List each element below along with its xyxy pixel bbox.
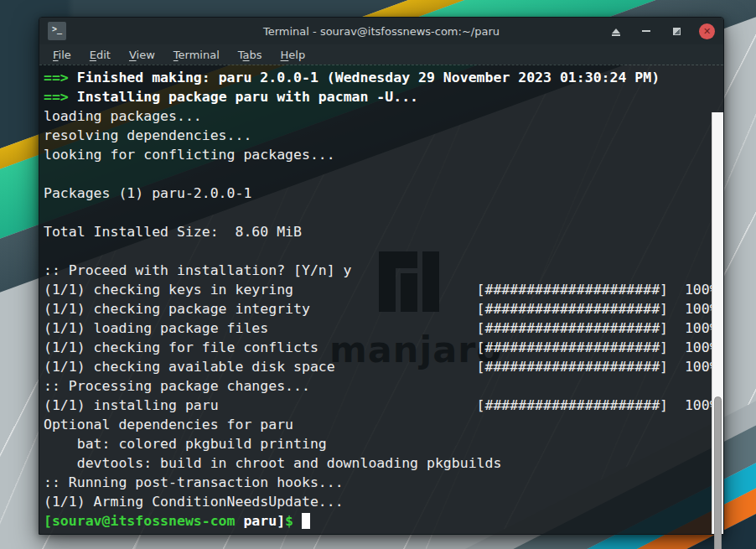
terminal-line: ==> Installing package paru with pacman … bbox=[44, 87, 710, 106]
terminal-line: Optional dependencies for paru bbox=[44, 415, 710, 434]
text-cursor bbox=[302, 513, 310, 529]
terminal-line: ==> Finished making: paru 2.0.0-1 (Wedne… bbox=[44, 68, 710, 87]
minimize-button[interactable] bbox=[639, 23, 654, 39]
terminal-output: ==> Finished making: paru 2.0.0-1 (Wedne… bbox=[44, 68, 710, 531]
menu-tabs[interactable]: Tabs bbox=[233, 47, 267, 63]
window-titlebar[interactable]: >_ Terminal - sourav@itsfossnews-com:~/p… bbox=[39, 18, 723, 44]
terminal-window: >_ Terminal - sourav@itsfossnews-com:~/p… bbox=[39, 17, 724, 535]
window-controls: ✕ bbox=[608, 18, 715, 44]
terminal-line: (1/1) checking available disk space [###… bbox=[44, 357, 710, 376]
scrollbar-thumb[interactable] bbox=[714, 396, 722, 549]
terminal-line: Packages (1) paru-2.0.0-1 bbox=[44, 184, 710, 203]
close-button[interactable]: ✕ bbox=[699, 23, 715, 39]
menu-terminal[interactable]: Terminal bbox=[168, 47, 225, 63]
terminal-line bbox=[44, 203, 710, 222]
terminal-icon: >_ bbox=[48, 22, 66, 40]
terminal-line: looking for conflicting packages... bbox=[44, 145, 710, 164]
menu-view[interactable]: View bbox=[124, 47, 160, 63]
terminal-line bbox=[44, 241, 710, 261]
terminal-line: (1/1) installing paru [#################… bbox=[44, 396, 710, 415]
terminal-line: :: Running post-transaction hooks... bbox=[44, 473, 710, 492]
minimize-icon bbox=[642, 30, 650, 32]
terminal-line: :: Processing package changes... bbox=[44, 376, 710, 396]
terminal-line: (1/1) Arming ConditionNeedsUpdate... bbox=[44, 492, 710, 511]
menu-help[interactable]: Help bbox=[276, 47, 311, 63]
terminal-line: loading packages... bbox=[44, 106, 710, 126]
terminal-content[interactable]: ==> Finished making: paru 2.0.0-1 (Wedne… bbox=[39, 65, 723, 534]
eject-icon bbox=[612, 28, 620, 34]
maximize-button[interactable] bbox=[669, 23, 684, 39]
close-icon: ✕ bbox=[703, 27, 711, 36]
maximize-icon bbox=[673, 28, 681, 35]
terminal-line: bat: colored pkgbuild printing bbox=[44, 434, 710, 453]
terminal-line: Total Installed Size: 8.60 MiB bbox=[44, 222, 710, 241]
terminal-line: resolving dependencies... bbox=[44, 126, 710, 145]
terminal-line: (1/1) loading package files [###########… bbox=[44, 319, 710, 338]
terminal-line bbox=[44, 164, 710, 184]
scrollbar-track[interactable] bbox=[712, 112, 723, 534]
terminal-line: [sourav@itsfossnews-com paru]$ bbox=[44, 511, 710, 531]
menu-edit[interactable]: Edit bbox=[85, 47, 116, 63]
terminal-line: (1/1) checking for file conflicts [#####… bbox=[44, 338, 710, 357]
terminal-line: (1/1) checking keys in keyring [########… bbox=[44, 280, 710, 299]
terminal-line: (1/1) checking package integrity [######… bbox=[44, 299, 710, 319]
shade-button[interactable] bbox=[608, 23, 624, 39]
menu-bar: FileEditViewTerminalTabsHelp bbox=[39, 44, 723, 65]
terminal-line: devtools: build in chroot and downloadin… bbox=[44, 453, 710, 473]
menu-file[interactable]: File bbox=[48, 47, 76, 63]
terminal-line: :: Proceed with installation? [Y/n] y bbox=[44, 261, 710, 280]
